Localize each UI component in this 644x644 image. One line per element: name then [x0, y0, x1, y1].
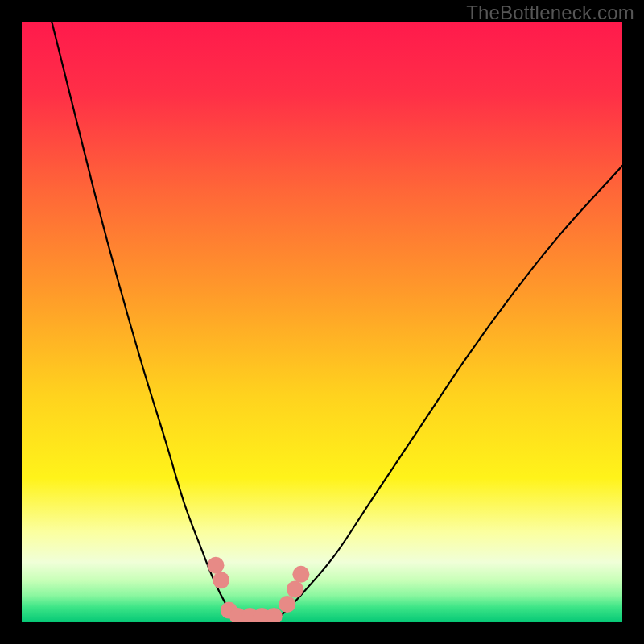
chart-frame: TheBottleneck.com: [0, 0, 644, 644]
watermark-text: TheBottleneck.com: [466, 2, 634, 24]
plot-area: [22, 22, 622, 622]
marker-point: [207, 557, 224, 574]
gradient-background: [22, 22, 622, 622]
marker-point: [292, 566, 309, 583]
chart-svg: [22, 22, 622, 622]
marker-point: [279, 596, 295, 613]
marker-point: [287, 580, 303, 597]
marker-point: [213, 572, 229, 588]
